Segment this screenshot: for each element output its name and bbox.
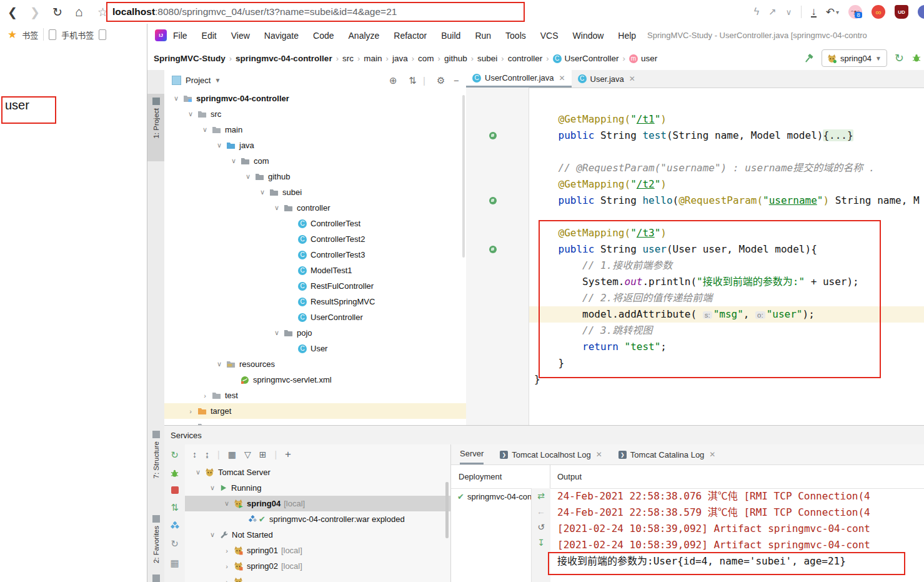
service-item-running[interactable]: ∨Running: [185, 480, 450, 496]
run-config-select[interactable]: spring04 ▼: [822, 49, 887, 67]
chevron-expanded-icon[interactable]: ∨: [241, 173, 255, 181]
ext-partial-icon[interactable]: [918, 5, 924, 19]
group-by-icon[interactable]: ▦: [228, 449, 236, 459]
menu-build[interactable]: Build: [441, 31, 460, 41]
tree-item-src[interactable]: ∨src: [164, 106, 466, 122]
chevron-expanded-icon[interactable]: ∨: [256, 188, 269, 196]
tree-item-modeltest1[interactable]: CModelTest1: [164, 263, 466, 278]
chevron-expanded-icon[interactable]: ∨: [270, 329, 284, 337]
service-item-not-started[interactable]: ∨Not Started: [185, 527, 450, 543]
undo-icon[interactable]: ↶▾: [826, 6, 839, 19]
menu-help[interactable]: Help: [618, 31, 636, 41]
code-line-39[interactable]: 39 // 2.将返回的值传递给前端: [466, 290, 924, 306]
code-line-45[interactable]: 45: [466, 388, 924, 404]
download-icon[interactable]: ↓: [811, 7, 817, 18]
code-line-26[interactable]: 26@+ public String hello(@RequestParam("…: [466, 193, 924, 209]
close-icon[interactable]: ✕: [709, 450, 715, 459]
tool-tab-favorites[interactable]: 2: Favorites: [147, 511, 164, 580]
flash-icon[interactable]: ϟ: [754, 6, 759, 18]
code-line-15[interactable]: 15@+ public String test(String name, Mod…: [466, 128, 924, 144]
breadcrumb-item-java[interactable]: java: [392, 54, 408, 63]
code-line-25[interactable]: 25 @GetMapping("/t2"): [466, 176, 924, 193]
menu-view[interactable]: View: [231, 31, 250, 41]
tree-item-github[interactable]: ∨github: [164, 169, 466, 184]
phone-icon[interactable]: [49, 29, 56, 40]
refresh-s-icon[interactable]: ↺: [537, 522, 545, 532]
project-panel-title[interactable]: Project: [186, 76, 211, 85]
code-line-44[interactable]: 44}: [466, 371, 924, 388]
tree-item-user[interactable]: CUser: [164, 341, 466, 356]
tool-tab-project[interactable]: 1: Project: [147, 94, 164, 161]
code-line-38[interactable]: 38 System.out.println("接收到前端的参数为:" + use…: [466, 274, 924, 290]
chevron-expanded-icon[interactable]: ∨: [206, 531, 219, 539]
refresh-icon[interactable]: ↻: [52, 5, 66, 19]
menu-vcs[interactable]: VCS: [540, 31, 559, 41]
spring-bean-icon[interactable]: [489, 132, 497, 139]
chevron-expanded-icon[interactable]: ∨: [227, 157, 241, 165]
chevron-collapsed-icon[interactable]: ›: [220, 578, 234, 582]
service-item-tomcat-server[interactable]: ∨Tomcat Server: [185, 464, 450, 480]
code-line-43[interactable]: 43− }: [466, 355, 924, 371]
tree-item-controller[interactable]: ∨controller: [164, 200, 466, 216]
breadcrumb-item-main[interactable]: main: [364, 54, 382, 63]
breadcrumb-item-github[interactable]: github: [444, 54, 467, 63]
chevron-expanded-icon[interactable]: ∨: [198, 126, 212, 134]
breadcrumb-item-controller[interactable]: controller: [508, 54, 543, 63]
tree-item-restfulcontroller[interactable]: CRestFulController: [164, 278, 466, 294]
tree-item-test[interactable]: ›test: [164, 388, 466, 403]
close-icon[interactable]: ✕: [559, 74, 565, 83]
server-tab-server[interactable]: Server: [460, 444, 484, 464]
menu-code[interactable]: Code: [313, 31, 334, 41]
code-line-36[interactable]: 36@▾ public String user(User user, Model…: [466, 241, 924, 258]
close-icon[interactable]: ✕: [596, 450, 602, 459]
address-bar[interactable]: localhost:8080/springmvc_04/user/t3?name…: [106, 2, 525, 22]
debug-icon[interactable]: [912, 53, 922, 63]
breadcrumb-item-subei[interactable]: subei: [477, 54, 497, 63]
tree-item-partial[interactable]: [164, 419, 466, 425]
chevron-expanded-icon[interactable]: ∨: [169, 94, 183, 103]
code-area[interactable]: 1314 @GetMapping("/t1")15@+ public Strin…: [466, 88, 924, 425]
filter-icon[interactable]: ▽: [244, 449, 251, 459]
hide-panel-icon[interactable]: −: [454, 75, 459, 86]
code-line-35[interactable]: 35 @GetMapping("/t3"): [466, 225, 924, 241]
bookmarks-label[interactable]: 书签: [22, 29, 38, 41]
spring-bean-icon[interactable]: [489, 246, 497, 253]
code-line-40[interactable]: 40 model.addAttribute( s:"msg", o:"user"…: [466, 306, 924, 323]
service-item-spring02[interactable]: ›spring02[local]: [185, 558, 450, 574]
scrollbar[interactable]: [445, 482, 449, 538]
console-output[interactable]: 24-Feb-2021 22:58:38.076 淇℃伅 [RMI TCP Co…: [552, 488, 924, 582]
sync-deploy-icon[interactable]: ⇄: [537, 491, 545, 501]
tree-item-resultspringmvc[interactable]: CResultSpringMVC: [164, 294, 466, 309]
chevron-expanded-icon[interactable]: ∨: [220, 499, 234, 508]
breadcrumb-item-user[interactable]: muser: [629, 54, 657, 63]
expand-all-icon[interactable]: ↕: [192, 449, 197, 459]
tree-item-main[interactable]: ∨main: [164, 122, 466, 138]
phone-icon[interactable]: [99, 29, 106, 40]
back-icon[interactable]: ❮: [7, 5, 21, 19]
scrollbar[interactable]: [462, 95, 465, 258]
add-frame-icon[interactable]: ⊞: [259, 449, 267, 459]
ext-shield-icon[interactable]: UD: [895, 5, 908, 19]
tool-tab-structure[interactable]: 7: Structure: [147, 427, 164, 509]
breadcrumb-item-springmvc-study[interactable]: SpringMVC-Study: [154, 54, 226, 63]
tree-item-resources[interactable]: ∨resources: [164, 356, 466, 372]
chevron-collapsed-icon[interactable]: ›: [220, 563, 234, 570]
settings-gear-icon[interactable]: ⚙: [437, 75, 445, 86]
tree-item-controllertest2[interactable]: CControllerTest2: [164, 231, 466, 247]
breadcrumb-item-com[interactable]: com: [418, 54, 434, 63]
update-app-icon[interactable]: ↧: [537, 538, 545, 548]
code-line-41[interactable]: 41 // 3.跳转视图: [466, 323, 924, 339]
menu-run[interactable]: Run: [475, 31, 491, 41]
build-hammer-icon[interactable]: [803, 53, 814, 64]
service-item-partial[interactable]: ›: [185, 574, 450, 582]
stop-icon[interactable]: [171, 486, 179, 494]
chevron-expanded-icon[interactable]: ∨: [270, 204, 284, 212]
menu-refactor[interactable]: Refactor: [394, 31, 427, 41]
tool-tab-web[interactable]: Web: [147, 571, 164, 582]
editor-tab-usercontroller-java[interactable]: CUserController.java✕: [466, 70, 572, 88]
chevron-expanded-icon[interactable]: ∨: [206, 484, 219, 492]
menu-window[interactable]: Window: [573, 31, 604, 41]
code-line-23[interactable]: 23: [466, 144, 924, 160]
ext-cat-icon[interactable]: ᵔᴥᵔ8: [848, 5, 862, 19]
code-line-13[interactable]: 13: [466, 95, 924, 111]
